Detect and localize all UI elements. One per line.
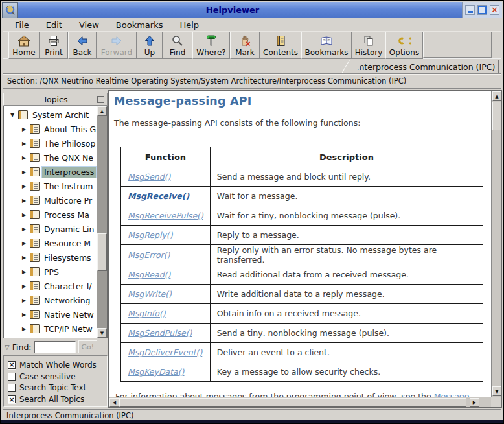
menu-view[interactable]: View	[79, 20, 99, 30]
menu-bookmarks[interactable]: Bookmarks	[116, 20, 163, 30]
msginfo-link[interactable]: MsgInfo()	[128, 309, 166, 318]
collapsed-arrow-icon[interactable]: ▶	[21, 226, 27, 232]
column-header-description: Description	[210, 147, 483, 167]
tree-item-pps[interactable]: ▶PPS	[4, 265, 97, 279]
collapsed-arrow-icon[interactable]: ▶	[21, 126, 27, 132]
tree-item-process-manager[interactable]: ▶Process Ma	[4, 207, 97, 222]
content-vertical-scrollbar[interactable]: ▲ ▼	[491, 91, 501, 397]
find-label: Find:	[12, 342, 32, 352]
menu-help[interactable]: Help	[179, 20, 199, 30]
collapsed-arrow-icon[interactable]: ▶	[21, 212, 27, 218]
topics-tree: ▼System Archit ▶About This G ▶The Philos…	[3, 106, 108, 338]
find-collapse-icon[interactable]: ▽	[5, 344, 10, 351]
checkbox-icon[interactable]	[8, 373, 16, 381]
where-button[interactable]: Where?	[192, 32, 230, 59]
checkbox-icon[interactable]: ×	[8, 361, 16, 369]
msgsendpulse-link[interactable]: MsgSendPulse()	[128, 328, 192, 338]
checkbox-case-sensitive[interactable]: Case sensitive	[8, 372, 107, 381]
collapsed-arrow-icon[interactable]: ▶	[21, 198, 27, 204]
menu-bar: File Edit View Bookmarks Help	[3, 18, 501, 32]
tree-scrollbar[interactable]: ▲ ▼	[97, 106, 107, 338]
scroll-up-icon[interactable]: ▲	[492, 91, 501, 101]
msgread-link[interactable]: MsgRead()	[128, 270, 170, 279]
close-button[interactable]: ✕	[490, 5, 499, 15]
print-button[interactable]: Print	[40, 32, 68, 59]
msgerror-link[interactable]: MsgError()	[128, 250, 170, 260]
contents-button[interactable]: Contents	[260, 32, 301, 59]
options-button[interactable]: Options	[385, 32, 423, 59]
table-row: MsgError()Reply only with an error statu…	[121, 245, 483, 265]
content-vscroll-thumb[interactable]	[492, 102, 501, 130]
msgsend-link[interactable]: MsgSend()	[128, 172, 170, 182]
tree-item-high-availability[interactable]: ▶High Availab	[4, 336, 97, 338]
minimize-button[interactable]	[465, 5, 475, 15]
collapsed-arrow-icon[interactable]: ▶	[21, 298, 27, 303]
find-go-button[interactable]: Go!	[78, 340, 98, 353]
checkbox-search-topic-text[interactable]: Search Topic Text	[8, 383, 107, 392]
scroll-right-icon[interactable]: ▶	[470, 398, 479, 407]
book-icon	[30, 139, 40, 148]
bookmarks-button[interactable]: Bookmarks	[301, 32, 352, 59]
title-bar: Helpviewer ✕	[2, 2, 502, 18]
tree-item-resource-managers[interactable]: ▶Resource M	[4, 236, 97, 250]
tree-item-tcpip-networking[interactable]: ▶TCP/IP Netw	[4, 322, 97, 336]
collapsed-arrow-icon[interactable]: ▶	[21, 255, 27, 261]
tree-item-system-architecture[interactable]: ▼System Archit	[4, 108, 97, 122]
msgreceive-link[interactable]: MsgReceive()	[128, 191, 189, 201]
tree-item-the-qnx-neutrino[interactable]: ▶The QNX Ne	[4, 150, 97, 165]
find-button[interactable]: Find	[163, 32, 192, 59]
menu-edit[interactable]: Edit	[46, 20, 62, 30]
scroll-down-icon[interactable]: ▼	[492, 386, 501, 396]
back-button[interactable]: Back	[68, 32, 97, 59]
find-input[interactable]	[34, 341, 76, 353]
collapsed-arrow-icon[interactable]: ▶	[21, 141, 27, 147]
home-button[interactable]: Home	[8, 32, 40, 59]
content-hscroll-thumb[interactable]	[119, 398, 466, 407]
collapsed-arrow-icon[interactable]: ▶	[21, 326, 27, 332]
tree-item-filesystems[interactable]: ▶Filesystems	[4, 250, 97, 265]
collapsed-arrow-icon[interactable]: ▶	[21, 312, 27, 318]
scroll-up-icon[interactable]: ▲	[97, 106, 107, 116]
book-icon	[30, 253, 40, 262]
checkbox-icon[interactable]: ×	[8, 395, 16, 403]
tree-item-character-io[interactable]: ▶Character I/	[4, 279, 97, 293]
menu-file[interactable]: File	[15, 20, 29, 30]
tree-item-interprocess-communication[interactable]: ▶Interprocess	[4, 165, 97, 179]
scroll-left-icon[interactable]: ◀	[109, 398, 119, 407]
collapsed-arrow-icon[interactable]: ▶	[21, 183, 27, 189]
checkbox-icon[interactable]	[8, 384, 16, 392]
collapse-panel-button[interactable]	[97, 96, 104, 103]
maximize-button[interactable]	[477, 5, 487, 15]
tree-item-the-philosophy[interactable]: ▶The Philosop	[4, 136, 97, 150]
msgwrite-link[interactable]: MsgWrite()	[128, 289, 172, 299]
collapsed-arrow-icon[interactable]: ▶	[21, 169, 27, 175]
forward-button[interactable]: Forward	[97, 32, 137, 59]
checkbox-match-whole-words[interactable]: ×Match Whole Words	[8, 360, 107, 370]
tree-item-multicore-processing[interactable]: ▶Multicore Pr	[4, 193, 97, 207]
book-icon	[30, 124, 40, 134]
tree-scrollbar-thumb[interactable]	[97, 233, 107, 271]
tree-item-native-networking[interactable]: ▶Native Netw	[4, 307, 97, 322]
up-button[interactable]: Up	[137, 32, 163, 59]
mark-button[interactable]: Mark	[230, 32, 260, 59]
tree-item-about-this-guide[interactable]: ▶About This G	[4, 122, 97, 136]
book-icon	[30, 210, 40, 219]
collapsed-arrow-icon[interactable]: ▶	[21, 283, 27, 289]
collapsed-arrow-icon[interactable]: ▶	[21, 241, 27, 246]
collapsed-arrow-icon[interactable]: ▶	[21, 155, 27, 161]
msgreply-link[interactable]: MsgReply()	[128, 230, 173, 240]
tree-item-the-instrumented[interactable]: ▶The Instrum	[4, 179, 97, 193]
page-title: Message-passing API	[114, 95, 488, 108]
content-horizontal-scrollbar[interactable]: ◀ ▶	[109, 397, 491, 407]
tree-item-networking[interactable]: ▶Networking	[4, 293, 97, 307]
checkbox-search-all-topics[interactable]: ×Search All Topics	[8, 395, 107, 404]
tab-interprocess-communication[interactable]: Interprocess Communication (IPC)	[354, 60, 499, 73]
expanded-arrow-icon[interactable]: ▼	[9, 112, 16, 118]
scroll-down-icon[interactable]: ▼	[97, 328, 107, 338]
collapsed-arrow-icon[interactable]: ▶	[21, 269, 27, 275]
tree-item-dynamic-linking[interactable]: ▶Dynamic Lin	[4, 222, 97, 236]
msgdeliverevent-link[interactable]: MsgDeliverEvent()	[128, 347, 202, 357]
msgkeydata-link[interactable]: MsgKeyData()	[128, 367, 185, 377]
history-button[interactable]: History	[352, 32, 385, 59]
msgreceivepulse-link[interactable]: MsgReceivePulse()	[128, 211, 203, 220]
